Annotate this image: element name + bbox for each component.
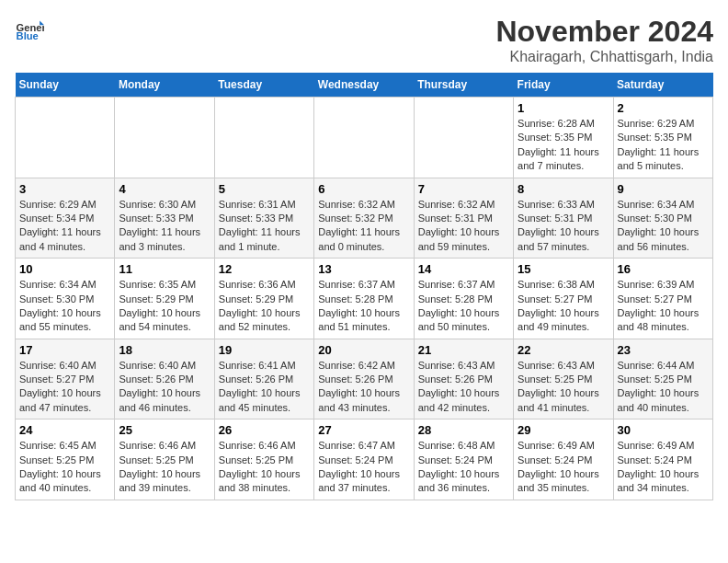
calendar-week-row: 1Sunrise: 6:28 AM Sunset: 5:35 PM Daylig…: [16, 98, 713, 178]
cell-content: Sunrise: 6:39 AM Sunset: 5:27 PM Dayligh…: [618, 278, 709, 335]
calendar-cell: 8Sunrise: 6:33 AM Sunset: 5:31 PM Daylig…: [514, 178, 613, 259]
calendar-cell: 14Sunrise: 6:37 AM Sunset: 5:28 PM Dayli…: [414, 259, 513, 339]
day-number: 6: [318, 182, 409, 196]
day-number: 9: [618, 182, 709, 196]
cell-content: Sunrise: 6:29 AM Sunset: 5:34 PM Dayligh…: [19, 198, 110, 255]
calendar-cell: 12Sunrise: 6:36 AM Sunset: 5:29 PM Dayli…: [214, 259, 313, 339]
cell-content: Sunrise: 6:45 AM Sunset: 5:25 PM Dayligh…: [19, 439, 110, 496]
cell-content: Sunrise: 6:36 AM Sunset: 5:29 PM Dayligh…: [219, 278, 310, 335]
svg-text:Blue: Blue: [17, 30, 39, 41]
calendar-cell: 16Sunrise: 6:39 AM Sunset: 5:27 PM Dayli…: [613, 259, 712, 339]
calendar-cell: 3Sunrise: 6:29 AM Sunset: 5:34 PM Daylig…: [16, 178, 115, 259]
day-number: 26: [219, 423, 310, 437]
calendar-cell: 21Sunrise: 6:43 AM Sunset: 5:26 PM Dayli…: [414, 339, 513, 419]
day-number: 18: [119, 343, 210, 357]
weekday-header: Friday: [514, 73, 613, 98]
day-number: 23: [618, 343, 709, 357]
calendar-cell: 13Sunrise: 6:37 AM Sunset: 5:28 PM Dayli…: [314, 259, 414, 339]
calendar-cell: 22Sunrise: 6:43 AM Sunset: 5:25 PM Dayli…: [514, 339, 613, 419]
day-number: 28: [418, 423, 509, 437]
logo: General Blue: [15, 15, 44, 44]
calendar-cell: 17Sunrise: 6:40 AM Sunset: 5:27 PM Dayli…: [16, 339, 115, 419]
title-block: November 2024 Khairagarh, Chhattisgarh, …: [495, 15, 713, 65]
weekday-header: Thursday: [414, 73, 513, 98]
cell-content: Sunrise: 6:44 AM Sunset: 5:25 PM Dayligh…: [618, 359, 709, 416]
day-number: 20: [318, 343, 409, 357]
cell-content: Sunrise: 6:46 AM Sunset: 5:25 PM Dayligh…: [119, 439, 210, 496]
day-number: 19: [219, 343, 310, 357]
cell-content: Sunrise: 6:49 AM Sunset: 5:24 PM Dayligh…: [518, 439, 609, 496]
logo-icon: General Blue: [15, 15, 44, 44]
cell-content: Sunrise: 6:43 AM Sunset: 5:26 PM Dayligh…: [418, 359, 509, 416]
calendar-cell: 30Sunrise: 6:49 AM Sunset: 5:24 PM Dayli…: [613, 419, 712, 500]
cell-content: Sunrise: 6:40 AM Sunset: 5:27 PM Dayligh…: [19, 359, 110, 416]
day-number: 12: [219, 262, 310, 276]
cell-content: Sunrise: 6:40 AM Sunset: 5:26 PM Dayligh…: [119, 359, 210, 416]
day-number: 2: [618, 101, 709, 115]
day-number: 13: [318, 262, 409, 276]
calendar-cell: 15Sunrise: 6:38 AM Sunset: 5:27 PM Dayli…: [514, 259, 613, 339]
calendar-cell: 7Sunrise: 6:32 AM Sunset: 5:31 PM Daylig…: [414, 178, 513, 259]
calendar-week-row: 17Sunrise: 6:40 AM Sunset: 5:27 PM Dayli…: [16, 339, 713, 419]
day-number: 16: [618, 262, 709, 276]
day-number: 21: [418, 343, 509, 357]
calendar-cell: 4Sunrise: 6:30 AM Sunset: 5:33 PM Daylig…: [115, 178, 214, 259]
calendar-cell: [115, 98, 214, 178]
calendar-cell: [214, 98, 313, 178]
calendar-cell: [314, 98, 414, 178]
cell-content: Sunrise: 6:33 AM Sunset: 5:31 PM Dayligh…: [518, 198, 609, 255]
weekday-header: Wednesday: [314, 73, 414, 98]
cell-content: Sunrise: 6:31 AM Sunset: 5:33 PM Dayligh…: [219, 198, 310, 255]
weekday-header: Tuesday: [214, 73, 313, 98]
day-number: 29: [518, 423, 609, 437]
calendar-cell: 10Sunrise: 6:34 AM Sunset: 5:30 PM Dayli…: [16, 259, 115, 339]
day-number: 8: [518, 182, 609, 196]
cell-content: Sunrise: 6:46 AM Sunset: 5:25 PM Dayligh…: [219, 439, 310, 496]
calendar-week-row: 10Sunrise: 6:34 AM Sunset: 5:30 PM Dayli…: [16, 259, 713, 339]
cell-content: Sunrise: 6:30 AM Sunset: 5:33 PM Dayligh…: [119, 198, 210, 255]
day-number: 17: [19, 343, 110, 357]
cell-content: Sunrise: 6:32 AM Sunset: 5:31 PM Dayligh…: [418, 198, 509, 255]
cell-content: Sunrise: 6:28 AM Sunset: 5:35 PM Dayligh…: [518, 117, 609, 174]
cell-content: Sunrise: 6:42 AM Sunset: 5:26 PM Dayligh…: [318, 359, 409, 416]
cell-content: Sunrise: 6:35 AM Sunset: 5:29 PM Dayligh…: [119, 278, 210, 335]
cell-content: Sunrise: 6:34 AM Sunset: 5:30 PM Dayligh…: [618, 198, 709, 255]
cell-content: Sunrise: 6:47 AM Sunset: 5:24 PM Dayligh…: [318, 439, 409, 496]
calendar-cell: 5Sunrise: 6:31 AM Sunset: 5:33 PM Daylig…: [214, 178, 313, 259]
main-title: November 2024: [495, 15, 713, 49]
calendar-cell: 20Sunrise: 6:42 AM Sunset: 5:26 PM Dayli…: [314, 339, 414, 419]
calendar-week-row: 24Sunrise: 6:45 AM Sunset: 5:25 PM Dayli…: [16, 419, 713, 500]
calendar-table: SundayMondayTuesdayWednesdayThursdayFrid…: [15, 73, 713, 500]
cell-content: Sunrise: 6:41 AM Sunset: 5:26 PM Dayligh…: [219, 359, 310, 416]
cell-content: Sunrise: 6:34 AM Sunset: 5:30 PM Dayligh…: [19, 278, 110, 335]
calendar-cell: [414, 98, 513, 178]
day-number: 15: [518, 262, 609, 276]
calendar-cell: 23Sunrise: 6:44 AM Sunset: 5:25 PM Dayli…: [613, 339, 712, 419]
weekday-header: Sunday: [16, 73, 115, 98]
calendar-cell: 2Sunrise: 6:29 AM Sunset: 5:35 PM Daylig…: [613, 98, 712, 178]
calendar-cell: [16, 98, 115, 178]
day-number: 1: [518, 101, 609, 115]
day-number: 14: [418, 262, 509, 276]
cell-content: Sunrise: 6:32 AM Sunset: 5:32 PM Dayligh…: [318, 198, 409, 255]
calendar-cell: 18Sunrise: 6:40 AM Sunset: 5:26 PM Dayli…: [115, 339, 214, 419]
subtitle: Khairagarh, Chhattisgarh, India: [495, 49, 713, 65]
calendar-cell: 11Sunrise: 6:35 AM Sunset: 5:29 PM Dayli…: [115, 259, 214, 339]
day-number: 24: [19, 423, 110, 437]
weekday-header: Monday: [115, 73, 214, 98]
cell-content: Sunrise: 6:38 AM Sunset: 5:27 PM Dayligh…: [518, 278, 609, 335]
cell-content: Sunrise: 6:37 AM Sunset: 5:28 PM Dayligh…: [418, 278, 509, 335]
day-number: 4: [119, 182, 210, 196]
calendar-cell: 24Sunrise: 6:45 AM Sunset: 5:25 PM Dayli…: [16, 419, 115, 500]
calendar-cell: 29Sunrise: 6:49 AM Sunset: 5:24 PM Dayli…: [514, 419, 613, 500]
calendar-week-row: 3Sunrise: 6:29 AM Sunset: 5:34 PM Daylig…: [16, 178, 713, 259]
calendar-cell: 19Sunrise: 6:41 AM Sunset: 5:26 PM Dayli…: [214, 339, 313, 419]
calendar-cell: 6Sunrise: 6:32 AM Sunset: 5:32 PM Daylig…: [314, 178, 414, 259]
cell-content: Sunrise: 6:48 AM Sunset: 5:24 PM Dayligh…: [418, 439, 509, 496]
weekday-header: Saturday: [613, 73, 712, 98]
day-number: 30: [618, 423, 709, 437]
calendar-cell: 1Sunrise: 6:28 AM Sunset: 5:35 PM Daylig…: [514, 98, 613, 178]
day-number: 3: [19, 182, 110, 196]
cell-content: Sunrise: 6:37 AM Sunset: 5:28 PM Dayligh…: [318, 278, 409, 335]
day-number: 5: [219, 182, 310, 196]
